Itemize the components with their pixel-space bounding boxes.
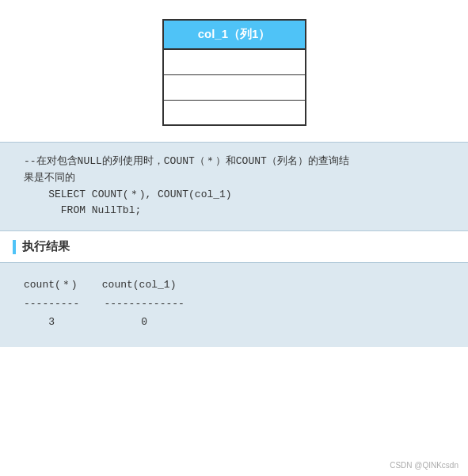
table-header: col_1（列1） (163, 20, 306, 49)
accent-bar (13, 240, 16, 254)
result-separator: --------- ------------- (24, 298, 185, 310)
result-header-section: 执行结果 (0, 231, 468, 262)
result-content: count(＊) count(col_1) --------- --------… (24, 276, 444, 331)
code-comment: --在对包含NULL的列使用时，COUNT（＊）和COUNT（列名）的查询结 果… (24, 154, 444, 219)
table-row (163, 100, 306, 125)
result-columns: count(＊) count(col_1) (24, 279, 176, 291)
table-row (163, 74, 306, 100)
table-cell (163, 49, 306, 74)
result-block: count(＊) count(col_1) --------- --------… (0, 262, 468, 347)
col1-table: col_1（列1） (162, 19, 306, 126)
result-section-title: 执行结果 (22, 239, 70, 254)
code-block: --在对包含NULL的列使用时，COUNT（＊）和COUNT（列名）的查询结 果… (0, 142, 468, 231)
table-row (163, 49, 306, 74)
watermark: CSDN @QINKcsdn (390, 461, 458, 470)
table-cell (163, 100, 306, 125)
table-cell (163, 74, 306, 100)
table-visual-section: col_1（列1） (0, 0, 468, 142)
result-values: 3 0 (24, 316, 147, 328)
